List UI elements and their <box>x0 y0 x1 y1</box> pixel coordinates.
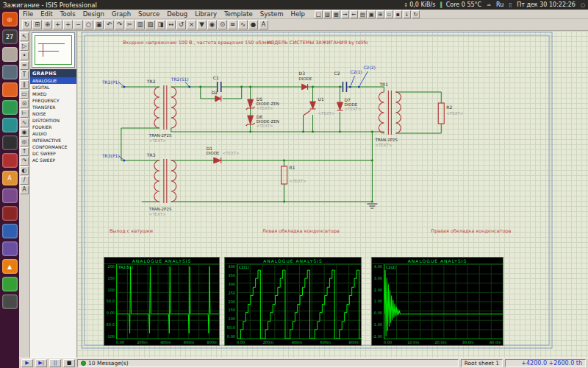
copy-icon[interactable]: ▥ <box>135 20 145 29</box>
2d-line-icon[interactable]: / <box>20 176 29 185</box>
resistor-r1[interactable]: R1 <TEXT> <box>282 165 306 184</box>
property-assignment-icon[interactable]: A <box>259 20 268 29</box>
simulate-play-button[interactable]: ▶ <box>21 359 33 367</box>
block-delete-icon[interactable]: × <box>187 20 196 29</box>
wires[interactable] <box>121 87 441 202</box>
subcircuit-mode-icon[interactable]: ▭ <box>20 90 29 99</box>
simulate-pause-button[interactable]: || <box>49 359 61 367</box>
text-script-icon[interactable]: T <box>20 71 29 79</box>
search-tag-icon[interactable]: ● <box>248 20 258 29</box>
terminals-mode-icon[interactable]: ⊙ <box>20 99 29 108</box>
graph-type-conformance[interactable]: CONFORMANCE <box>30 144 76 150</box>
menu-design[interactable]: Design <box>79 10 108 18</box>
graph-panel-coil-output[interactable]: ANALOGUE ANALYSIS 20015010050.00.00-50.0… <box>104 257 220 346</box>
block-rotate-icon[interactable]: ↺ <box>176 20 186 29</box>
graph-type-distortion[interactable]: DISTORTION <box>30 117 76 124</box>
2d-text-icon[interactable]: A <box>20 185 29 194</box>
block-copy-icon[interactable]: ◨ <box>156 20 165 29</box>
graph-type-dc-sweep[interactable]: DC SWEEP <box>30 150 76 157</box>
current-probe-icon[interactable]: ↷ <box>20 157 29 166</box>
session-menu[interactable]: ○ <box>581 2 585 8</box>
zoom-in-icon[interactable]: + <box>63 20 73 29</box>
redraw-icon[interactable]: ↻ <box>412 10 420 18</box>
remove-sheet-icon[interactable]: ▪ <box>394 10 402 18</box>
make-device-icon[interactable]: ◉ <box>207 20 217 29</box>
mark-output-area-icon[interactable]: ▣ <box>368 10 376 18</box>
print-design-icon[interactable]: ▤ <box>359 10 367 18</box>
graph-type-transfer[interactable]: TRANSFER <box>30 104 76 110</box>
open-design-icon[interactable]: ▨ <box>323 10 331 18</box>
voltage-probe-c2-2[interactable]: C2(2) <box>358 65 376 88</box>
graph-type-analogue[interactable]: ANALOGUE <box>30 77 76 84</box>
menu-graph[interactable]: Graph <box>108 10 135 18</box>
generator-mode-icon[interactable]: ◎ <box>20 138 29 146</box>
export-section-icon[interactable]: ← <box>350 10 358 18</box>
graph-type-interactive[interactable]: INTERACTIVE <box>30 137 76 144</box>
graph-panel-left-plate[interactable]: ANALOGUE ANALYSIS 4003503002502001501005… <box>224 257 362 346</box>
thyristor-u1[interactable]: U1 <TEXT> <box>304 96 335 116</box>
save-design-icon[interactable]: ▦ <box>332 10 340 18</box>
buses-mode-icon[interactable]: ∥ <box>20 80 29 89</box>
cut-icon[interactable]: ✂ <box>125 20 135 29</box>
clock-indicator[interactable]: Пт дек 30 10:22:26 <box>517 1 576 8</box>
diode-d7[interactable]: D7 DIODE <TEXT> <box>337 97 361 111</box>
zoom-all-icon[interactable]: ○ <box>84 20 93 29</box>
transformer-tr1[interactable]: TR1 TRAN-2P2S <TEXT> <box>374 82 401 147</box>
cursor-snap-icon[interactable]: + <box>53 20 62 29</box>
menu-help[interactable]: Help <box>287 10 308 18</box>
network-indicator[interactable]: ≈ <box>487 2 491 8</box>
menu-debug[interactable]: Debug <box>163 10 191 18</box>
image-viewer-icon[interactable]: A <box>2 171 18 185</box>
gimp-icon[interactable] <box>2 188 18 203</box>
mail-client-icon[interactable] <box>2 118 18 132</box>
block-move-icon[interactable]: ↔ <box>166 20 176 29</box>
libreoffice-writer-icon[interactable] <box>2 224 18 238</box>
virtual-instruments-icon[interactable]: ◐ <box>20 166 29 175</box>
goto-sheet-icon[interactable]: ↓ <box>403 10 411 18</box>
new-sheet-icon[interactable]: ▫ <box>385 10 393 18</box>
media-player-icon[interactable] <box>2 153 18 168</box>
keyboard-layout-indicator[interactable]: Ru <box>496 1 503 8</box>
voltage-probe-c2-1[interactable]: C2(1) <box>349 69 362 88</box>
new-design-icon[interactable]: □ <box>315 10 323 18</box>
message-log[interactable]: 10 Message(s) <box>77 359 459 367</box>
system-settings-icon[interactable] <box>2 65 18 79</box>
simulate-stop-button[interactable]: ■ <box>63 359 75 367</box>
design-explorer-icon[interactable]: ⊞ <box>376 10 384 18</box>
redraw-display-icon[interactable]: ↻ <box>22 20 32 29</box>
battery-indicator[interactable]: ▯ <box>509 2 512 8</box>
junction-dot-icon[interactable]: • <box>20 52 29 60</box>
tape-recorder-icon[interactable]: ◉ <box>20 128 29 137</box>
zoom-area-icon[interactable]: ▣ <box>94 20 104 29</box>
vlc-icon[interactable]: ▲ <box>2 259 18 274</box>
terminal-icon[interactable] <box>2 135 18 150</box>
libreoffice-calc-icon[interactable] <box>2 100 18 115</box>
zener-diode-d6[interactable]: D6 DIODE-ZEN <TEXT> <box>246 114 279 128</box>
transformer-tr2[interactable]: TR2 TRAN-2P2S <TEXT> <box>146 79 176 143</box>
toggle-grid-icon[interactable]: ⊞ <box>32 20 42 29</box>
ubuntu-dash-icon[interactable]: ◎ <box>2 12 18 26</box>
menu-source[interactable]: Source <box>135 10 163 18</box>
graph-mode-icon[interactable]: ∿ <box>20 118 29 127</box>
menu-library[interactable]: Library <box>191 10 220 18</box>
menu-template[interactable]: Template <box>220 10 257 18</box>
chat-client-icon[interactable] <box>2 277 18 291</box>
graph-type-noise[interactable]: NOISE <box>30 110 76 117</box>
voltage-probe-tr2s1[interactable]: TR2(S1) <box>171 77 190 88</box>
diode-d2[interactable]: D2 <box>212 90 221 102</box>
component-mode-icon[interactable]: ▷ <box>20 42 29 51</box>
graph-type-digital[interactable]: DIGITAL <box>30 84 76 91</box>
overview-window[interactable] <box>32 32 75 68</box>
wire-autorouter-icon[interactable]: ∿ <box>238 20 248 29</box>
package-manager-icon[interactable] <box>2 206 18 221</box>
menu-edit[interactable]: Edit <box>37 10 56 18</box>
pick-device-icon[interactable]: ▼ <box>197 20 207 29</box>
network-speed-indicator[interactable]: ↕ 0,0 KiB/s <box>404 1 435 8</box>
selection-pointer-icon[interactable]: ↖ <box>20 32 29 41</box>
false-origin-icon[interactable]: ⊕ <box>43 20 52 29</box>
file-manager-icon[interactable] <box>2 47 18 62</box>
simulate-step-button[interactable]: ▶| <box>35 359 47 367</box>
packaging-tool-icon[interactable]: ⊙ <box>218 20 227 29</box>
graph-type-fourier[interactable]: FOURIER <box>30 124 76 130</box>
wire-label-icon[interactable]: ≡ <box>20 61 29 70</box>
